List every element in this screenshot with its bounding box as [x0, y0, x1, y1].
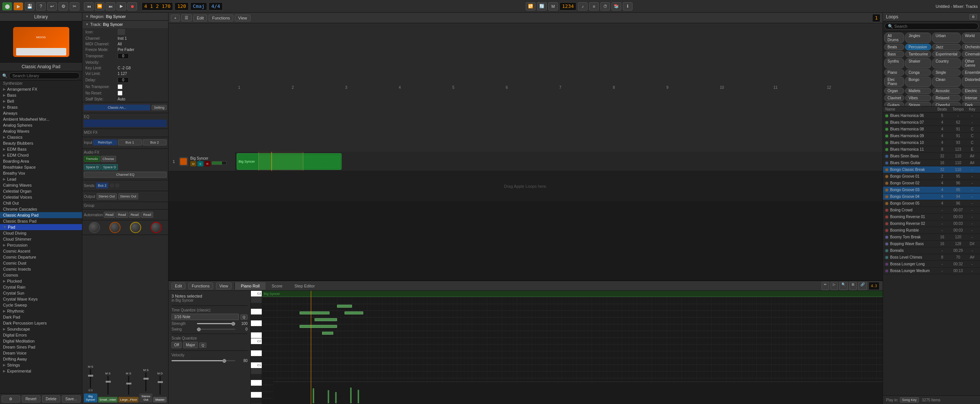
lib-cat-arrangement-fx[interactable]: ▶Arrangement FX — [0, 86, 82, 92]
lib-item-cosmic-insects[interactable]: Cosmic Insects — [0, 266, 82, 272]
smart-controls-btn[interactable]: ☰ — [181, 14, 192, 21]
lib-item-ambient[interactable]: Ambient Modwheel Mor... — [0, 116, 82, 122]
stereo-out2-slot[interactable]: Stereo Out — [118, 193, 138, 200]
strength-thumb[interactable] — [231, 322, 235, 326]
lib-cat-bass[interactable]: ▶Bass — [0, 92, 82, 98]
track-content-1[interactable]: Big Syncer — [236, 152, 883, 171]
library-toggle-btn[interactable]: 📚 — [611, 2, 621, 11]
tag-clean[interactable]: Clean — [932, 77, 961, 87]
lib-item-crystal-rain[interactable]: Crystal Rain — [0, 284, 82, 290]
settings-btn-lib[interactable]: ⚙ — [2, 395, 20, 402]
tag-cinematic[interactable]: Cinematic — [962, 51, 980, 57]
help-btn[interactable]: ? — [36, 2, 46, 11]
rewind-btn[interactable]: ⏪ — [95, 2, 105, 11]
piano-key-gb2[interactable] — [251, 326, 262, 332]
cycle-btn[interactable]: 🔄 — [537, 2, 547, 11]
mixer-btn[interactable]: ≡ — [589, 2, 599, 11]
q-btn-2[interactable]: Q — [199, 343, 206, 348]
pr-note-3[interactable] — [299, 325, 337, 328]
space-d2-slot[interactable]: Space D — [102, 164, 118, 170]
list-item[interactable]: Bongo Groove 01 2 95 - — [883, 173, 980, 180]
tab-score[interactable]: Score — [266, 282, 288, 290]
tag-acoustic[interactable]: Acoustic — [932, 88, 961, 94]
tag-bass[interactable]: Bass — [884, 51, 904, 57]
lib-cat-edm-chord[interactable]: ▶EDM Chord — [0, 152, 82, 158]
list-item[interactable]: Booming Reverse 01 - 00:03 - — [883, 214, 980, 220]
ch-color-3[interactable]: Large...Floor — [118, 397, 138, 402]
lib-item-dream-sines[interactable]: Dream Sines Pad — [0, 344, 82, 350]
track-header[interactable]: ▼ Track: Big Syncer — [83, 21, 168, 28]
tag-tambourine[interactable]: Tambourine — [905, 51, 931, 57]
transpose-value[interactable]: 0 — [118, 53, 129, 59]
lib-item-cycle-sweep[interactable]: Cycle Sweep — [0, 302, 82, 308]
scale-major-select[interactable]: Major — [183, 342, 198, 348]
read-slot1[interactable]: Read — [104, 212, 116, 218]
record-btn[interactable]: ⏺ — [127, 2, 137, 11]
list-item[interactable]: Boss Level Chimes 8 70 A# — [883, 254, 980, 261]
tag-experimental[interactable]: Experimental — [932, 51, 961, 57]
list-item[interactable]: Borealis - 00:29 - — [883, 248, 980, 254]
lib-cat-lead[interactable]: ▶Lead — [0, 176, 82, 182]
fader-thumb-1[interactable] — [88, 375, 93, 377]
list-item[interactable]: Bongo Groove 05 4 96 - — [883, 200, 980, 207]
list-item[interactable]: Bongo Groove 03 4 95 - — [883, 187, 980, 193]
pr-note-5[interactable] — [322, 332, 333, 335]
bus1-slot[interactable]: Bus 1 — [118, 139, 142, 145]
lib-item-analog-spheres[interactable]: Analog Spheres — [0, 122, 82, 128]
lib-item-drifting[interactable]: Drifting Away — [0, 356, 82, 362]
tag-percussion[interactable]: Percussion — [905, 44, 931, 50]
go-to-start-btn[interactable]: ⏮ — [84, 2, 94, 11]
piano-key-e2[interactable]: C2 — [251, 339, 262, 345]
list-item[interactable]: Bongo Classic Break 32 110 - — [883, 166, 980, 173]
ch-color-1[interactable]: Big Syncer — [84, 393, 97, 402]
piano-key-bb2[interactable] — [251, 303, 262, 309]
loops-search-input[interactable] — [885, 23, 978, 30]
lib-item-airways[interactable]: Airways — [0, 110, 82, 116]
classic-an-slot[interactable]: Classic An... — [84, 105, 150, 110]
tracks-view-btn[interactable]: View — [235, 14, 251, 21]
tag-ensemble[interactable]: Ensemble — [962, 69, 980, 76]
back-btn[interactable]: ⏭ — [106, 2, 115, 11]
swing-thumb[interactable] — [197, 327, 201, 331]
swing-slider[interactable] — [197, 329, 235, 330]
list-item[interactable]: Bossa Lounger Long - 00:32 - — [883, 261, 980, 268]
tag-piano[interactable]: Piano — [884, 69, 904, 76]
lib-cat-pad[interactable]: ▼Pad — [0, 224, 82, 230]
pr-note-1[interactable] — [299, 311, 329, 315]
lib-item-cosmic-dust[interactable]: Cosmic Dust — [0, 260, 82, 266]
lib-cat-experimental[interactable]: ▶Experimental — [0, 368, 82, 374]
tag-beats[interactable]: Beats — [884, 44, 904, 50]
tag-organ[interactable]: Organ — [884, 88, 904, 94]
piano-key-ab1[interactable] — [251, 386, 262, 392]
lib-item-dark-perc[interactable]: Dark Percussion Layers — [0, 320, 82, 326]
read-slot3[interactable]: Read — [129, 212, 141, 218]
list-item[interactable]: Bongo Groove 04 4 94 - — [883, 193, 980, 200]
tag-all-drums[interactable]: All Drums — [884, 33, 904, 43]
lib-item-digital-errors[interactable]: Digital Errors — [0, 332, 82, 338]
pr-zoom-btn[interactable]: 🔍 — [839, 282, 848, 290]
lib-item-dream-voice[interactable]: Dream Voice — [0, 350, 82, 356]
lib-cat-percussion[interactable]: ▶Percussion — [0, 242, 82, 248]
eq-display[interactable] — [84, 120, 167, 127]
piano-key-c3[interactable]: C3 — [251, 291, 262, 297]
lib-item-chill[interactable]: Chill Out — [0, 200, 82, 206]
icon-preview[interactable] — [118, 29, 125, 35]
piano-key-ab2[interactable] — [251, 315, 262, 321]
lib-item-calming[interactable]: Calming Waves — [0, 182, 82, 188]
piano-key-a2[interactable] — [251, 309, 262, 315]
vol-fader-1[interactable] — [212, 161, 227, 165]
piano-roll-grid[interactable]: Big Syncer — [262, 291, 883, 404]
piano-key-b2[interactable] — [251, 297, 262, 303]
lib-cat-edm-bass[interactable]: ▶EDM Bass — [0, 146, 82, 152]
play-btn[interactable]: ▶ — [116, 2, 126, 11]
smart-tempo-btn[interactable]: ⏱ — [600, 2, 610, 11]
no-reset-checkbox[interactable] — [118, 91, 123, 96]
list-item[interactable]: Blues Harmonica 09 4 91 C — [883, 133, 980, 139]
tag-country[interactable]: Country — [932, 58, 961, 69]
tag-elec-piano[interactable]: Elec Piano — [884, 77, 904, 87]
list-item[interactable]: Blues Harmonica 08 4 91 C — [883, 126, 980, 133]
song-key-btn[interactable]: Song Key — [900, 397, 919, 402]
list-item[interactable]: Bopping Wave Bass 16 128 D# — [883, 241, 980, 248]
send-knob[interactable] — [110, 183, 114, 188]
tag-dark[interactable]: Dark — [962, 102, 980, 107]
